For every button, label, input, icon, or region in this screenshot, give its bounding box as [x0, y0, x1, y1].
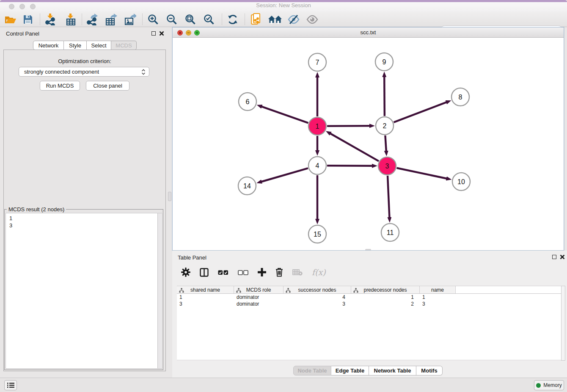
home-icon[interactable] [267, 11, 284, 27]
optimization-criterion-label: Optimization criterion: [0, 58, 169, 64]
mcds-list-scrollbar[interactable] [157, 213, 161, 368]
network-canvas[interactable]: 1234678910111415 [173, 38, 564, 250]
graph-edge[interactable] [261, 168, 308, 182]
tab-style[interactable]: Style [64, 41, 87, 50]
mcds-result-title: MCDS result (2 nodes) [7, 206, 66, 213]
table-panel-title: Table Panel [178, 254, 206, 261]
show-graphics-icon [304, 11, 320, 27]
column-header-name[interactable]: name [420, 286, 456, 293]
export-image-icon[interactable] [122, 11, 138, 27]
graph-edge[interactable] [384, 77, 385, 116]
column-header-successor-nodes[interactable]: successor nodes [284, 286, 351, 293]
mcds-result-list[interactable]: 1 3 [6, 213, 162, 369]
graph-edge[interactable] [327, 166, 372, 166]
graph-node-4[interactable]: 4 [308, 157, 326, 174]
svg-text:1: 1 [316, 123, 319, 130]
graph-edge[interactable] [261, 107, 308, 123]
column-settings-gear-icon[interactable] [181, 268, 190, 277]
control-panel-tabs: Network Style Select MCDS [33, 41, 137, 50]
graph-edge[interactable] [397, 168, 447, 179]
table-scrollbar[interactable] [561, 286, 565, 361]
graph-node-11[interactable]: 11 [381, 224, 399, 241]
graph-node-3[interactable]: 3 [378, 157, 396, 175]
tab-mcds[interactable]: MCDS [111, 41, 137, 50]
apply-layout-icon[interactable] [225, 11, 241, 27]
column-header-shared-name[interactable]: shared name [177, 286, 234, 293]
header-filler [456, 286, 562, 293]
toolbar-separator [82, 14, 82, 25]
memory-button[interactable]: Memory [534, 380, 564, 390]
tab-network-table[interactable]: Network Table [369, 366, 416, 375]
network-window-title: scc.txt [173, 29, 564, 36]
delete-table-icon [292, 268, 303, 276]
close-panel-icon[interactable] [159, 31, 164, 36]
graph-node-7[interactable]: 7 [308, 53, 326, 71]
zoom-fit-icon[interactable] [182, 11, 198, 27]
panel-splitter-handle[interactable] [168, 192, 171, 201]
export-table-icon[interactable] [103, 11, 120, 27]
canvas-splitter-handle[interactable] [365, 249, 371, 250]
run-mcds-button[interactable]: Run MCDS [40, 81, 80, 91]
import-network-icon[interactable] [42, 11, 58, 27]
export-network-icon[interactable] [84, 11, 100, 27]
mcds-result-item[interactable]: 1 [9, 215, 162, 222]
table-row[interactable]: 1 dominator 4 1 1 [177, 294, 562, 301]
svg-text:11: 11 [387, 229, 394, 236]
graph-node-6[interactable]: 6 [239, 93, 256, 110]
tree-icon [179, 288, 184, 293]
tab-edge-table[interactable]: Edge Table [331, 366, 369, 375]
zoom-selected-icon[interactable] [201, 11, 217, 27]
graph-node-8[interactable]: 8 [451, 88, 469, 106]
table-tabs: Node Table Edge Table Network Table Moti… [293, 366, 443, 375]
import-table-icon[interactable] [63, 11, 79, 27]
tab-motifs[interactable]: Motifs [416, 366, 443, 375]
graph-node-10[interactable]: 10 [452, 173, 470, 190]
column-header-predecessor-nodes[interactable]: predecessor nodes [351, 286, 420, 293]
column-header-mcds-role[interactable]: MCDS role [234, 286, 284, 293]
clone-network-icon[interactable] [248, 11, 264, 27]
select-all-icon[interactable] [218, 270, 228, 275]
graph-node-9[interactable]: 9 [375, 53, 393, 71]
show-column-icon[interactable] [200, 268, 209, 277]
criterion-select[interactable]: strongly connected component [19, 67, 149, 77]
graph-node-1[interactable]: 1 [308, 117, 326, 135]
graph-edge[interactable] [394, 102, 447, 122]
graph-node-14[interactable]: 14 [238, 177, 256, 195]
zoom-out-icon[interactable] [164, 11, 180, 27]
toolbar-separator [222, 14, 222, 25]
task-history-button[interactable] [4, 380, 17, 390]
tab-node-table[interactable]: Node Table [293, 366, 331, 375]
svg-text:3: 3 [385, 163, 389, 170]
deselect-all-icon[interactable] [238, 270, 248, 275]
close-panel-button[interactable]: Close panel [86, 81, 129, 91]
app-title: Session: New Session [0, 2, 567, 8]
table-header-row: shared name MCDS role successor nodes pr… [177, 286, 562, 294]
main-toolbar [0, 11, 567, 27]
svg-text:9: 9 [383, 58, 386, 66]
close-panel-icon[interactable] [560, 254, 565, 259]
graph-edge[interactable] [388, 176, 389, 218]
svg-text:14: 14 [243, 182, 251, 190]
graph-node-2[interactable]: 2 [376, 117, 394, 135]
svg-text:2: 2 [383, 122, 387, 130]
table-row[interactable]: 3 dominator 3 2 3 [177, 301, 562, 307]
control-panel-buttons [151, 31, 164, 36]
toolbar-separator [40, 14, 40, 25]
float-panel-icon[interactable] [552, 255, 556, 259]
tab-select[interactable]: Select [87, 41, 111, 50]
graph-edge[interactable] [385, 135, 386, 151]
graph-node-15[interactable]: 15 [308, 225, 326, 243]
float-panel-icon[interactable] [151, 31, 156, 36]
tab-network[interactable]: Network [33, 41, 64, 50]
function-builder-icon: f(x) [312, 268, 326, 277]
save-session-icon[interactable] [21, 11, 35, 27]
open-file-icon[interactable] [3, 11, 17, 27]
delete-column-icon[interactable] [275, 268, 283, 277]
add-column-icon[interactable] [258, 268, 266, 276]
graph-edge[interactable] [327, 126, 370, 126]
graph-edge[interactable] [330, 133, 379, 161]
mcds-result-item[interactable]: 3 [9, 222, 162, 229]
hide-detail-icon[interactable] [286, 11, 302, 27]
zoom-in-icon[interactable] [145, 11, 161, 27]
node-table: shared name MCDS role successor nodes pr… [177, 286, 562, 360]
